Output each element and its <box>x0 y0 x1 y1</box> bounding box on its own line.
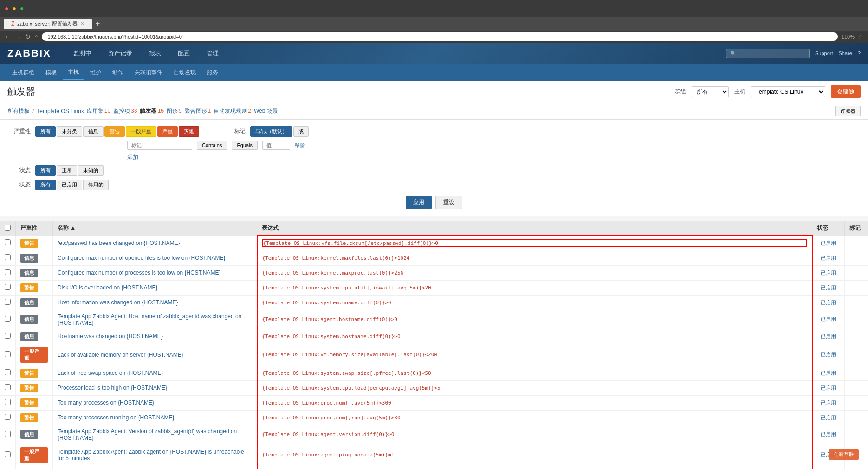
row-checkbox[interactable] <box>5 284 11 290</box>
trigger-expression: {Template OS Linux:proc.num[].avg(5m)}>3… <box>262 400 807 406</box>
row-checkbox[interactable] <box>5 451 11 457</box>
row-expr: {Template OS Linux:proc.num[].avg(5m)}>3… <box>257 395 812 410</box>
status-text: 已启用 <box>821 431 836 437</box>
trigger-name-link[interactable]: Too many processes on {HOST.NAME} <box>58 399 154 406</box>
bookmark-btn[interactable]: ☆ <box>858 33 863 40</box>
tag-name-input[interactable] <box>127 141 192 150</box>
row-status: 已启用 <box>812 265 845 280</box>
trigger-name-link[interactable]: Template App Zabbix Agent: Version of za… <box>58 428 237 441</box>
subnav-maintenance[interactable]: 维护 <box>85 66 106 79</box>
col-header-tag[interactable]: 标记 <box>845 221 868 236</box>
breadcrumb-all-templates[interactable]: 所有模板 <box>7 107 30 115</box>
row-checkbox[interactable] <box>5 333 11 339</box>
nav-reports[interactable]: 报表 <box>145 47 165 59</box>
severity-all-btn[interactable]: 所有 <box>35 126 56 137</box>
subnav-hosts[interactable]: 主机 <box>63 65 84 80</box>
breadcrumb-screens[interactable]: 聚合图形1 <box>185 107 211 115</box>
tag-equals-btn[interactable]: Equals <box>232 141 258 150</box>
select-all-checkbox[interactable] <box>5 225 11 231</box>
trigger-name-link[interactable]: Lack of free swap space on {HOST.NAME} <box>58 370 163 376</box>
help-link[interactable]: ? <box>858 51 861 56</box>
add-tag-link[interactable]: 添加 <box>127 154 138 161</box>
row-checkbox[interactable] <box>5 399 11 405</box>
trigger-name-link[interactable]: Template App Zabbix Agent: Zabbix agent … <box>58 449 244 462</box>
forward-btn[interactable]: → <box>15 33 21 40</box>
trigger-name-link[interactable]: Host information was changed on {HOST.NA… <box>58 299 178 306</box>
status1-all-btn[interactable]: 所有 <box>35 165 56 176</box>
row-checkbox[interactable] <box>5 269 11 275</box>
active-tab[interactable]: Z zabbix_server: 配置触发器 ✕ <box>4 19 92 29</box>
filter-toggle-button[interactable]: 过滤器 <box>835 106 861 116</box>
trigger-name-link[interactable]: Lack of available memory on server {HOST… <box>58 352 183 358</box>
tag-contains-btn[interactable]: Contains <box>197 141 227 150</box>
tag-value-input[interactable] <box>262 141 290 150</box>
nav-config[interactable]: 配置 <box>174 47 194 59</box>
tag-and-btn[interactable]: 与/成（默认） <box>250 126 292 137</box>
breadcrumb-graphs[interactable]: 图形5 <box>167 107 182 115</box>
status2-all-btn[interactable]: 所有 <box>35 180 56 190</box>
severity-warning-btn[interactable]: 警告 <box>104 126 125 137</box>
row-checkbox[interactable] <box>5 384 11 390</box>
reset-filter-button[interactable]: 重设 <box>435 196 462 209</box>
create-trigger-button[interactable]: 创建触 <box>831 85 861 98</box>
nav-monitoring[interactable]: 监测中 <box>70 47 95 59</box>
tag-remove-btn[interactable]: 移除 <box>295 142 305 149</box>
status2-enabled-btn[interactable]: 已启用 <box>57 180 82 190</box>
severity-disaster-btn[interactable]: 灾难 <box>179 126 199 137</box>
row-checkbox[interactable] <box>5 431 11 437</box>
row-checkbox[interactable] <box>5 239 11 245</box>
severity-unclassified-btn[interactable]: 未分类 <box>57 126 82 137</box>
row-checkbox[interactable] <box>5 414 11 420</box>
tag-or-btn[interactable]: 或 <box>293 126 309 137</box>
status1-normal-btn[interactable]: 正常 <box>57 165 77 176</box>
trigger-name-link[interactable]: Configured max number of opened files is… <box>58 255 226 261</box>
subnav-templates[interactable]: 模板 <box>41 66 61 79</box>
breadcrumb-monitors[interactable]: 监控项33 <box>113 107 137 115</box>
trigger-name-link[interactable]: /etc/passwd has been changed on {HOST.NA… <box>58 240 180 246</box>
trigger-name-link[interactable]: Hostname was changed on {HOST.NAME} <box>58 333 163 340</box>
row-checkbox-cell <box>0 295 16 310</box>
severity-high-btn[interactable]: 严重 <box>157 126 178 137</box>
col-header-status[interactable]: 状态 <box>812 221 845 236</box>
subnav-services[interactable]: 服务 <box>202 66 223 79</box>
trigger-name-link[interactable]: Template App Zabbix Agent: Host name of … <box>58 313 241 326</box>
trigger-name-link[interactable]: Processor load is too high on {HOST.NAME… <box>58 385 167 391</box>
group-select[interactable]: 所有 <box>692 86 729 97</box>
subnav-discovery[interactable]: 自动发现 <box>169 66 201 79</box>
row-checkbox[interactable] <box>5 369 11 375</box>
nav-manage[interactable]: 管理 <box>203 47 222 59</box>
subnav-actions[interactable]: 动作 <box>108 66 128 79</box>
global-search[interactable] <box>726 49 810 58</box>
home-btn[interactable]: ⌂ <box>34 33 38 40</box>
severity-info-btn[interactable]: 信息 <box>83 126 104 137</box>
row-checkbox[interactable] <box>5 254 11 260</box>
breadcrumb-template-os-linux[interactable]: Template OS Linux <box>37 108 84 115</box>
col-header-severity[interactable]: 严重性 <box>16 221 53 236</box>
breadcrumb-discovery[interactable]: 自动发现规则2 <box>214 107 251 115</box>
severity-average-btn[interactable]: 一般严重 <box>126 126 156 137</box>
share-link[interactable]: Share <box>839 51 852 56</box>
breadcrumb-web[interactable]: Web 场景 <box>254 107 278 115</box>
status2-disabled-btn[interactable]: 停用的 <box>83 180 109 190</box>
address-input[interactable] <box>42 32 837 41</box>
trigger-name-link[interactable]: Disk I/O is overloaded on {HOST.NAME} <box>58 284 157 291</box>
subnav-host-groups[interactable]: 主机群组 <box>7 66 39 79</box>
row-checkbox[interactable] <box>5 299 11 305</box>
trigger-name-link[interactable]: Configured max number of processes is to… <box>58 270 221 276</box>
apply-filter-button[interactable]: 应用 <box>406 196 432 209</box>
trigger-name-link[interactable]: Too many processes running on {HOST.NAME… <box>58 414 174 421</box>
support-link[interactable]: Support <box>815 51 833 56</box>
col-header-expr[interactable]: 表达式 <box>257 221 812 236</box>
row-checkbox[interactable] <box>5 351 11 357</box>
reload-btn[interactable]: ↻ <box>25 33 31 40</box>
row-checkbox[interactable] <box>5 316 11 322</box>
subnav-event-corr[interactable]: 关联项事件 <box>130 66 167 79</box>
breadcrumb-app-sets[interactable]: 应用集10 <box>87 107 110 115</box>
back-btn[interactable]: ← <box>5 33 11 40</box>
nav-assets[interactable]: 资产记录 <box>104 47 136 59</box>
row-tag <box>845 410 868 425</box>
new-tab-btn[interactable]: + <box>96 19 100 28</box>
status1-unknown-btn[interactable]: 未知的 <box>78 165 104 176</box>
col-header-name[interactable]: 名称 ▲ <box>53 221 257 236</box>
host-select[interactable]: Template OS Linux <box>751 86 825 97</box>
